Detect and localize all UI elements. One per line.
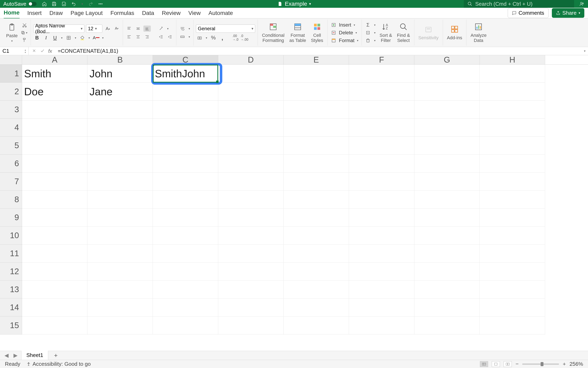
view-page-layout-icon[interactable] [492, 361, 500, 367]
tab-draw[interactable]: Draw [49, 8, 63, 18]
cell-D1[interactable] [218, 64, 284, 83]
comma-icon[interactable]: , [219, 35, 226, 41]
tab-formulas[interactable]: Formulas [110, 8, 134, 18]
zoom-out-icon[interactable]: − [516, 361, 518, 367]
tab-view[interactable]: View [188, 8, 201, 18]
cell-styles-button[interactable]: Cell Styles [309, 21, 325, 44]
row-header-11[interactable]: 11 [0, 245, 22, 263]
cell-H5[interactable] [480, 137, 545, 155]
cell-G12[interactable] [414, 263, 480, 280]
zoom-slider[interactable] [522, 364, 559, 365]
cell-C12[interactable] [153, 263, 218, 280]
format-cells-button[interactable]: Format▾ [330, 37, 359, 44]
increase-decimal-icon[interactable]: .00→.0 [232, 35, 239, 41]
redo-icon[interactable] [88, 1, 94, 7]
font-name-combo[interactable]: Aptos Narrow (Bod...▾ [33, 25, 84, 33]
analyze-data-button[interactable]: Analyze Data [469, 21, 488, 44]
cell-C2[interactable] [153, 83, 218, 101]
chevron-down-icon[interactable]: ▾ [166, 27, 169, 30]
cell-D10[interactable] [218, 227, 284, 245]
cell-D2[interactable] [218, 83, 284, 101]
chevron-down-icon[interactable]: ▾ [101, 36, 104, 39]
conditional-formatting-button[interactable]: Conditional Formatting [260, 21, 286, 44]
cell-B13[interactable] [88, 280, 153, 298]
cell-F12[interactable] [349, 263, 414, 280]
cell-H10[interactable] [480, 227, 545, 245]
cell-H11[interactable] [480, 245, 545, 263]
save-icon[interactable] [51, 1, 57, 7]
format-as-table-button[interactable]: Format as Table [288, 21, 308, 44]
col-header-D[interactable]: D [218, 55, 284, 64]
cell-C1[interactable]: SmithJohn [153, 64, 218, 83]
merge-icon[interactable] [179, 34, 186, 40]
cell-B6[interactable] [88, 155, 153, 173]
cell-B14[interactable] [88, 298, 153, 316]
chevron-down-icon[interactable]: ▾ [88, 36, 91, 39]
col-header-B[interactable]: B [88, 55, 153, 64]
cell-F11[interactable] [349, 245, 414, 263]
cell-G6[interactable] [414, 155, 480, 173]
row-header-10[interactable]: 10 [0, 227, 22, 245]
cell-C8[interactable] [153, 191, 218, 209]
cells-area[interactable]: SmithJohnSmithJohn DoeJane [22, 64, 545, 334]
cell-A9[interactable] [22, 209, 88, 227]
cell-A4[interactable] [22, 119, 88, 137]
wrap-text-icon[interactable] [179, 26, 186, 32]
cell-D8[interactable] [218, 191, 284, 209]
clear-icon[interactable] [364, 37, 372, 44]
cell-C5[interactable] [153, 137, 218, 155]
row-header-1[interactable]: 1 [0, 64, 22, 83]
name-box[interactable]: C1 ▴▾ [0, 47, 29, 55]
cell-B10[interactable] [88, 227, 153, 245]
cell-G1[interactable] [414, 64, 480, 83]
cell-G2[interactable] [414, 83, 480, 101]
accessibility-status[interactable]: Accessibility: Good to go [26, 361, 91, 367]
cell-G4[interactable] [414, 119, 480, 137]
cell-E2[interactable] [284, 83, 349, 101]
cell-H8[interactable] [480, 191, 545, 209]
tab-insert[interactable]: Insert [27, 8, 42, 18]
cell-F4[interactable] [349, 119, 414, 137]
col-header-E[interactable]: E [284, 55, 349, 64]
percent-icon[interactable]: % [210, 35, 217, 41]
cell-G15[interactable] [414, 316, 480, 334]
cell-A14[interactable] [22, 298, 88, 316]
cell-F9[interactable] [349, 209, 414, 227]
align-center-icon[interactable] [134, 34, 142, 40]
decrease-decimal-icon[interactable]: .0→.00 [241, 35, 248, 41]
cell-F10[interactable] [349, 227, 414, 245]
tab-data[interactable]: Data [142, 8, 154, 18]
cell-H13[interactable] [480, 280, 545, 298]
row-header-13[interactable]: 13 [0, 280, 22, 298]
cell-F5[interactable] [349, 137, 414, 155]
cell-D4[interactable] [218, 119, 284, 137]
col-header-C[interactable]: C [153, 55, 218, 64]
cell-H14[interactable] [480, 298, 545, 316]
view-page-break-icon[interactable] [504, 361, 512, 367]
font-color-icon[interactable]: A [92, 35, 100, 41]
cell-E4[interactable] [284, 119, 349, 137]
cell-B12[interactable] [88, 263, 153, 280]
cell-D3[interactable] [218, 101, 284, 119]
cell-B4[interactable] [88, 119, 153, 137]
addins-button[interactable]: Add-ins [445, 24, 464, 41]
chevron-down-icon[interactable]: ▾ [188, 35, 191, 38]
number-format-combo[interactable]: General▾ [196, 25, 255, 33]
name-box-spinner-icon[interactable]: ▴▾ [25, 49, 26, 54]
cell-D12[interactable] [218, 263, 284, 280]
cell-A5[interactable] [22, 137, 88, 155]
cell-F6[interactable] [349, 155, 414, 173]
cell-B1[interactable]: John [88, 64, 153, 83]
align-left-icon[interactable] [125, 34, 133, 40]
row-header-12[interactable]: 12 [0, 263, 22, 280]
align-right-icon[interactable] [143, 34, 151, 40]
cell-E3[interactable] [284, 101, 349, 119]
cell-A7[interactable] [22, 173, 88, 191]
font-size-combo[interactable]: 12▾ [86, 25, 102, 33]
cell-G8[interactable] [414, 191, 480, 209]
cell-E12[interactable] [284, 263, 349, 280]
share-button[interactable]: Share ▾ [552, 8, 584, 18]
cell-F2[interactable] [349, 83, 414, 101]
cell-C3[interactable] [153, 101, 218, 119]
bold-button[interactable]: B [33, 35, 41, 41]
